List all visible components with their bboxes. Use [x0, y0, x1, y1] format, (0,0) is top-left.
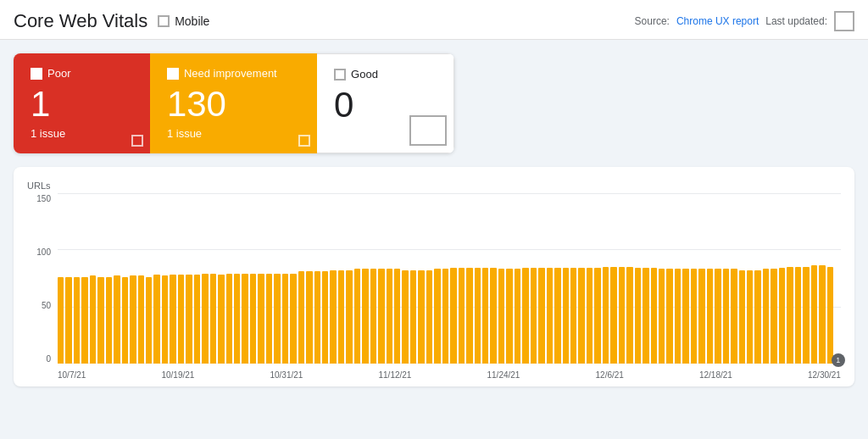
bar[interactable]: [578, 268, 584, 364]
bar[interactable]: [426, 270, 432, 364]
bar[interactable]: [442, 269, 448, 364]
bar[interactable]: [827, 267, 833, 364]
bar[interactable]: [290, 274, 296, 364]
bar[interactable]: [210, 274, 216, 364]
bar[interactable]: [81, 277, 87, 364]
bar[interactable]: [603, 267, 609, 364]
bar[interactable]: [771, 269, 776, 364]
bar[interactable]: [506, 269, 512, 364]
bar[interactable]: [643, 268, 648, 364]
card-good[interactable]: Good 0: [317, 53, 454, 153]
bar[interactable]: [402, 270, 408, 364]
bar[interactable]: [194, 275, 200, 364]
bar[interactable]: [330, 270, 336, 364]
bar[interactable]: [675, 269, 681, 364]
bar[interactable]: [114, 275, 120, 364]
bar[interactable]: [691, 269, 697, 364]
bar[interactable]: [594, 268, 600, 364]
bar[interactable]: [538, 268, 544, 364]
bar[interactable]: [186, 275, 192, 364]
bar[interactable]: [619, 267, 625, 364]
bar[interactable]: [410, 270, 416, 364]
bar[interactable]: [338, 270, 344, 364]
bar[interactable]: [122, 277, 128, 364]
bar[interactable]: [434, 269, 440, 364]
bar[interactable]: [554, 268, 560, 364]
bar[interactable]: [787, 267, 793, 364]
bar[interactable]: [202, 274, 208, 364]
bar[interactable]: [170, 275, 175, 364]
bar[interactable]: [153, 275, 159, 364]
bar[interactable]: [450, 268, 456, 364]
bar[interactable]: [162, 275, 168, 364]
bar[interactable]: [610, 267, 616, 364]
bar[interactable]: [90, 275, 96, 364]
bar[interactable]: [274, 274, 280, 364]
bar[interactable]: [362, 269, 368, 364]
bar[interactable]: [250, 274, 256, 364]
bar[interactable]: [803, 267, 809, 364]
bar[interactable]: [459, 268, 465, 364]
bar[interactable]: [475, 268, 481, 364]
bar[interactable]: [74, 277, 80, 364]
card-need-improvement[interactable]: Need improvement 130 1 issue: [150, 53, 317, 153]
bar[interactable]: [146, 277, 152, 364]
bar[interactable]: [498, 269, 504, 364]
bar[interactable]: [587, 268, 593, 364]
bar[interactable]: [531, 268, 537, 364]
card-poor[interactable]: Poor 1 1 issue: [14, 53, 150, 153]
bar[interactable]: [779, 268, 785, 364]
bar[interactable]: [482, 268, 488, 364]
bar[interactable]: [698, 269, 704, 364]
bar[interactable]: [58, 277, 64, 364]
bar[interactable]: [635, 268, 641, 364]
bar[interactable]: [354, 269, 360, 364]
bar[interactable]: [218, 275, 224, 364]
bar[interactable]: [234, 274, 240, 364]
bar[interactable]: [570, 268, 576, 364]
bar[interactable]: [306, 271, 312, 364]
bar[interactable]: [522, 268, 528, 364]
bar[interactable]: [819, 265, 825, 364]
bar[interactable]: [747, 270, 753, 364]
bar[interactable]: [378, 269, 384, 364]
bar[interactable]: [106, 277, 112, 364]
bar[interactable]: [490, 268, 496, 364]
bar[interactable]: [97, 277, 103, 364]
bar[interactable]: [394, 269, 400, 364]
bar[interactable]: [466, 268, 472, 364]
bar[interactable]: [370, 269, 376, 364]
bar[interactable]: [731, 269, 737, 364]
bar[interactable]: [739, 270, 745, 364]
bar[interactable]: [387, 269, 392, 364]
bar[interactable]: [563, 268, 569, 364]
bar[interactable]: [666, 269, 672, 364]
bar[interactable]: [130, 275, 136, 364]
bar[interactable]: [682, 269, 688, 364]
bar[interactable]: [298, 271, 304, 364]
bar[interactable]: [282, 274, 288, 364]
bar[interactable]: [314, 271, 320, 364]
bar[interactable]: [723, 269, 729, 364]
bar[interactable]: [547, 268, 553, 364]
bar[interactable]: [258, 274, 264, 364]
source-link[interactable]: Chrome UX report: [676, 15, 759, 27]
bar[interactable]: [266, 274, 272, 364]
bar[interactable]: 1: [835, 363, 841, 364]
mobile-checkbox-icon[interactable]: [158, 15, 170, 27]
bar[interactable]: [178, 275, 184, 364]
bar[interactable]: [65, 277, 71, 364]
bar[interactable]: [242, 274, 248, 364]
bar[interactable]: [715, 269, 721, 364]
bar[interactable]: [138, 275, 144, 364]
bar[interactable]: [515, 269, 520, 364]
bar[interactable]: [346, 270, 352, 364]
bar[interactable]: [322, 271, 328, 364]
mobile-tab[interactable]: Mobile: [158, 14, 209, 28]
bar[interactable]: [418, 270, 424, 364]
bar[interactable]: [707, 269, 713, 364]
bar[interactable]: [754, 270, 760, 364]
bar[interactable]: [811, 265, 817, 364]
bar[interactable]: [659, 269, 665, 364]
bar[interactable]: [763, 269, 769, 364]
